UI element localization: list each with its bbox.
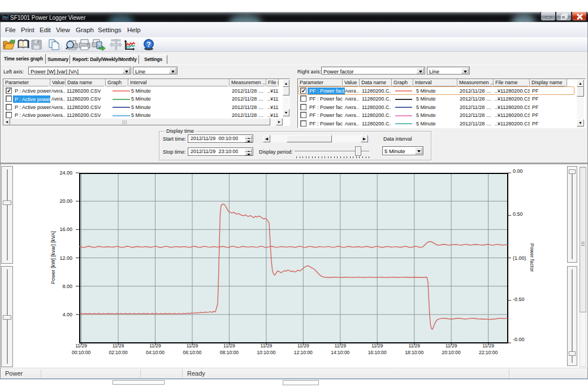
svg-text:11/29: 11/29 bbox=[187, 343, 198, 349]
svg-text:11/29: 11/29 bbox=[149, 343, 161, 349]
svg-text:08:10:00: 08:10:00 bbox=[220, 350, 239, 355]
svg-text:06:10:00: 06:10:00 bbox=[183, 350, 201, 355]
svg-text:12.00: 12.00 bbox=[59, 255, 72, 261]
svg-text:02:10:00: 02:10:00 bbox=[109, 350, 128, 355]
svg-text:12:10:00: 12:10:00 bbox=[294, 350, 313, 355]
svg-text:20.00: 20.00 bbox=[59, 198, 72, 204]
svg-text:14:10:00: 14:10:00 bbox=[331, 350, 349, 355]
svg-text:0.50: 0.50 bbox=[513, 211, 523, 217]
svg-text:11/29: 11/29 bbox=[408, 343, 420, 349]
svg-text:0.00: 0.00 bbox=[513, 168, 523, 174]
svg-text:4.00: 4.00 bbox=[62, 312, 72, 317]
svg-text:10:10:00: 10:10:00 bbox=[257, 350, 275, 355]
svg-text:11/29: 11/29 bbox=[446, 343, 457, 349]
svg-text:11/29: 11/29 bbox=[482, 343, 494, 349]
svg-text:Power [kW] [kvar] [kVA]: Power [kW] [kvar] [kVA] bbox=[50, 231, 56, 284]
svg-text:(1.00): (1.00) bbox=[513, 255, 526, 261]
svg-text:04:10:00: 04:10:00 bbox=[146, 350, 165, 355]
svg-text:11/29: 11/29 bbox=[261, 343, 273, 349]
svg-text:11/29: 11/29 bbox=[75, 343, 87, 349]
svg-text:11/29: 11/29 bbox=[334, 343, 346, 349]
svg-text:11/29: 11/29 bbox=[223, 343, 235, 349]
svg-text:16.00: 16.00 bbox=[59, 227, 72, 232]
svg-text:22:10:00: 22:10:00 bbox=[479, 350, 498, 355]
svg-text:16:10:00: 16:10:00 bbox=[368, 350, 387, 355]
svg-text:11/29: 11/29 bbox=[297, 343, 309, 349]
svg-text:-0.00: -0.00 bbox=[513, 337, 525, 342]
svg-text:11/29: 11/29 bbox=[371, 343, 383, 349]
svg-text:18:10:00: 18:10:00 bbox=[405, 350, 423, 355]
svg-text:11/29: 11/29 bbox=[113, 343, 124, 349]
svg-text:20:10:00: 20:10:00 bbox=[442, 350, 461, 355]
svg-text:-0.50: -0.50 bbox=[513, 297, 525, 302]
svg-text:24.00: 24.00 bbox=[59, 170, 72, 176]
svg-text:8.00: 8.00 bbox=[62, 284, 72, 289]
svg-text:Power factor: Power factor bbox=[529, 243, 535, 272]
svg-text:00:10:00: 00:10:00 bbox=[72, 350, 90, 355]
